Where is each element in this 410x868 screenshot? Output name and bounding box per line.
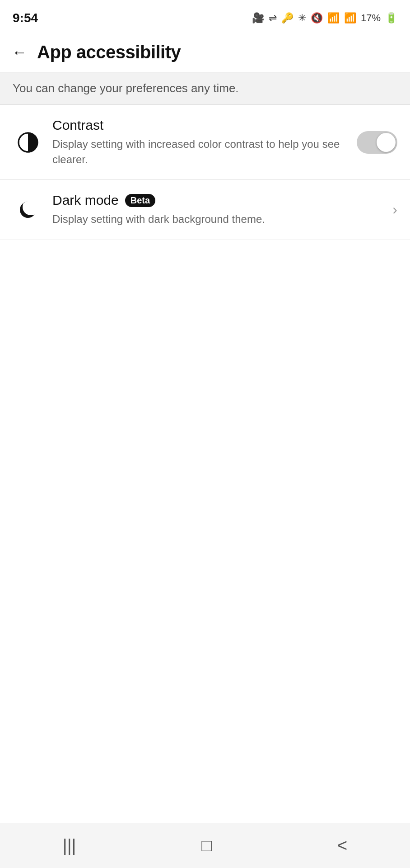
dark-mode-setting-item[interactable]: Dark mode Beta Display setting with dark…	[0, 180, 410, 240]
home-icon: □	[201, 836, 212, 855]
cast-icon: ⇌	[269, 12, 277, 24]
beta-badge: Beta	[125, 194, 155, 207]
back-nav-icon: <	[337, 836, 347, 855]
bottom-nav: ||| □ <	[0, 823, 410, 868]
contrast-description: Display setting with increased color con…	[52, 138, 340, 165]
battery-icon-symbol: 🔋	[385, 12, 397, 24]
home-button[interactable]: □	[188, 831, 225, 860]
key-icon: 🔑	[281, 12, 294, 24]
settings-list: Contrast Display setting with increased …	[0, 105, 410, 823]
contrast-icon-container	[13, 127, 43, 158]
status-bar: 9:54 🎥 ⇌ 🔑 ✳ 🔇 📶 📶 17% 🔋	[0, 0, 410, 33]
back-nav-button[interactable]: <	[324, 831, 361, 860]
dark-mode-content: Dark mode Beta Display setting with dark…	[52, 193, 387, 227]
dark-mode-title: Dark mode	[52, 193, 119, 208]
camera-icon: 🎥	[252, 12, 264, 24]
info-banner-text: You can change your preferences any time…	[13, 81, 239, 95]
contrast-title: Contrast	[52, 118, 103, 133]
dark-mode-title-row: Dark mode Beta	[52, 193, 387, 208]
contrast-title-row: Contrast	[52, 118, 351, 133]
page-title: App accessibility	[37, 42, 181, 62]
back-arrow-icon: ←	[12, 43, 27, 61]
status-time: 9:54	[13, 11, 38, 25]
dark-mode-chevron-container: ›	[392, 201, 397, 218]
contrast-toggle[interactable]	[357, 131, 397, 154]
contrast-icon	[18, 132, 38, 153]
contrast-content: Contrast Display setting with increased …	[52, 118, 351, 167]
status-icons: 🎥 ⇌ 🔑 ✳ 🔇 📶 📶 17% 🔋	[252, 12, 397, 24]
back-button[interactable]: ←	[9, 41, 30, 64]
recent-apps-icon: |||	[63, 836, 76, 855]
recent-apps-button[interactable]: |||	[49, 831, 90, 860]
bluetooth-icon: ✳	[298, 12, 306, 24]
moon-icon	[18, 200, 38, 220]
header: ← App accessibility	[0, 33, 410, 72]
signal-icon: 📶	[344, 12, 356, 24]
battery-icon: 17%	[361, 12, 381, 24]
chevron-right-icon: ›	[392, 201, 397, 218]
contrast-toggle-track	[357, 131, 397, 154]
info-banner: You can change your preferences any time…	[0, 72, 410, 105]
contrast-setting-item[interactable]: Contrast Display setting with increased …	[0, 105, 410, 180]
contrast-toggle-thumb	[377, 133, 396, 152]
contrast-toggle-container[interactable]	[357, 131, 397, 154]
wifi-icon: 📶	[327, 12, 340, 24]
dark-mode-description: Display setting with dark background the…	[52, 213, 265, 225]
mute-icon: 🔇	[311, 12, 323, 24]
dark-mode-icon-container	[13, 194, 43, 225]
